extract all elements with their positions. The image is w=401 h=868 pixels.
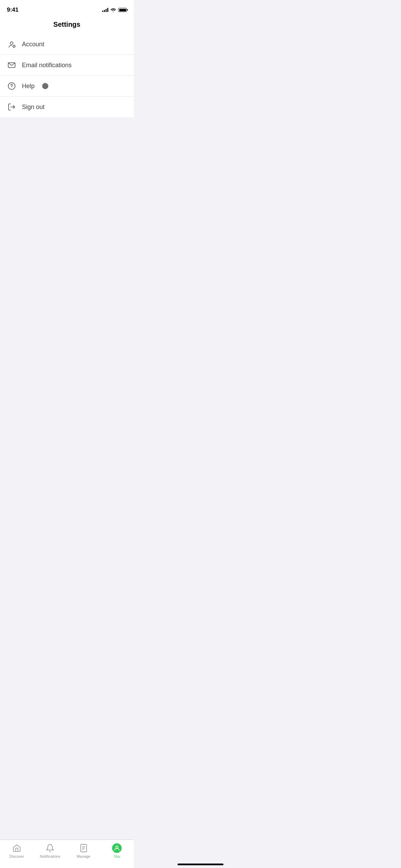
help-badge bbox=[42, 83, 48, 89]
battery-icon bbox=[118, 8, 127, 12]
sign-out-label: Sign out bbox=[22, 104, 45, 111]
settings-item-help[interactable]: Help bbox=[0, 76, 134, 97]
status-time: 9:41 bbox=[7, 7, 19, 13]
status-icons bbox=[102, 8, 127, 12]
account-label: Account bbox=[22, 41, 44, 48]
settings-list: Account Email notifications Help bbox=[0, 34, 134, 117]
help-icon bbox=[7, 81, 16, 91]
svg-point-0 bbox=[10, 42, 13, 45]
svg-point-8 bbox=[12, 88, 12, 88]
settings-item-email-notifications[interactable]: Email notifications bbox=[0, 55, 134, 76]
wifi-icon bbox=[110, 8, 116, 12]
email-notifications-label: Email notifications bbox=[22, 62, 72, 69]
signal-icon bbox=[102, 8, 108, 12]
email-icon bbox=[7, 60, 16, 70]
settings-item-account[interactable]: Account bbox=[0, 34, 134, 55]
gray-area bbox=[0, 117, 134, 254]
help-label: Help bbox=[22, 83, 35, 90]
account-settings-icon bbox=[7, 39, 16, 49]
sign-out-icon bbox=[7, 102, 16, 112]
page-header: Settings bbox=[0, 15, 134, 34]
page-title: Settings bbox=[53, 21, 81, 28]
settings-item-sign-out[interactable]: Sign out bbox=[0, 97, 134, 117]
status-bar: 9:41 bbox=[0, 0, 134, 15]
